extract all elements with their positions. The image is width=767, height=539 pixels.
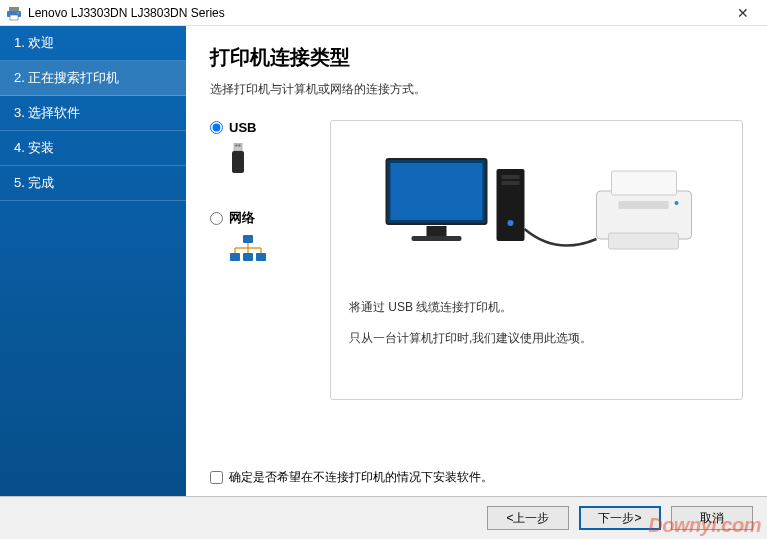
page-heading: 打印机连接类型 <box>210 44 743 71</box>
close-button[interactable]: ✕ <box>725 5 761 21</box>
network-icon <box>228 235 310 269</box>
options-row: USB 网络 <box>210 120 743 400</box>
illustration-box: 将通过 USB 线缆连接打印机。 只从一台计算机打印时,我们建议使用此选项。 <box>330 120 743 400</box>
svg-point-29 <box>675 201 679 205</box>
sidebar-item-label: 2. 正在搜索打印机 <box>14 70 119 85</box>
svg-rect-4 <box>234 143 242 151</box>
printer-app-icon <box>6 5 22 21</box>
install-without-printer-check[interactable]: 确定是否希望在不连接打印机的情况下安装软件。 <box>210 469 493 486</box>
window-title: Lenovo LJ3303DN LJ3803DN Series <box>28 6 725 20</box>
svg-rect-26 <box>612 171 677 195</box>
main-area: 1. 欢迎 2. 正在搜索打印机 3. 选择软件 4. 安装 5. 完成 打印机… <box>0 26 767 496</box>
back-button[interactable]: <上一步 <box>487 506 569 530</box>
sidebar: 1. 欢迎 2. 正在搜索打印机 3. 选择软件 4. 安装 5. 完成 <box>0 26 186 496</box>
svg-rect-2 <box>10 15 18 20</box>
sidebar-item-label: 4. 安装 <box>14 140 54 155</box>
next-button[interactable]: 下一步> <box>579 506 661 530</box>
content: 打印机连接类型 选择打印机与计算机或网络的连接方式。 USB 网络 <box>186 26 767 496</box>
svg-rect-22 <box>502 175 520 179</box>
checkbox-label: 确定是否希望在不连接打印机的情况下安装软件。 <box>229 469 493 486</box>
radio-network[interactable] <box>210 212 223 225</box>
svg-rect-19 <box>427 226 447 236</box>
sidebar-item-label: 1. 欢迎 <box>14 35 54 50</box>
sidebar-item-software[interactable]: 3. 选择软件 <box>0 96 186 131</box>
svg-point-3 <box>17 12 19 14</box>
svg-rect-27 <box>619 201 669 209</box>
radio-usb[interactable] <box>210 121 223 134</box>
titlebar: Lenovo LJ3303DN LJ3803DN Series ✕ <box>0 0 767 26</box>
svg-rect-7 <box>232 151 244 173</box>
svg-rect-25 <box>597 191 692 239</box>
option-label: 网络 <box>229 209 255 227</box>
usb-stick-icon <box>228 143 310 181</box>
svg-rect-9 <box>230 253 240 261</box>
connection-illustration <box>349 141 724 281</box>
svg-rect-21 <box>497 169 525 241</box>
option-label: USB <box>229 120 256 135</box>
desc-line-1: 将通过 USB 线缆连接打印机。 <box>349 299 724 316</box>
sidebar-item-label: 5. 完成 <box>14 175 54 190</box>
option-network[interactable]: 网络 <box>210 209 310 269</box>
sidebar-item-finish[interactable]: 5. 完成 <box>0 166 186 201</box>
svg-rect-23 <box>502 181 520 185</box>
checkbox-no-printer[interactable] <box>210 471 223 484</box>
svg-rect-8 <box>243 235 253 243</box>
svg-rect-18 <box>391 163 483 220</box>
svg-rect-20 <box>412 236 462 241</box>
sidebar-item-welcome[interactable]: 1. 欢迎 <box>0 26 186 61</box>
cancel-button[interactable]: 取消 <box>671 506 753 530</box>
svg-point-24 <box>508 220 514 226</box>
option-usb[interactable]: USB <box>210 120 310 181</box>
options-col: USB 网络 <box>210 120 310 297</box>
sidebar-item-install[interactable]: 4. 安装 <box>0 131 186 166</box>
sidebar-item-searching[interactable]: 2. 正在搜索打印机 <box>0 61 186 96</box>
svg-rect-6 <box>239 145 241 147</box>
button-bar: <上一步 下一步> 取消 Downyi.com <box>0 496 767 539</box>
svg-rect-5 <box>236 145 238 147</box>
svg-rect-10 <box>243 253 253 261</box>
page-subtext: 选择打印机与计算机或网络的连接方式。 <box>210 81 743 98</box>
sidebar-item-label: 3. 选择软件 <box>14 105 80 120</box>
desc-line-2: 只从一台计算机打印时,我们建议使用此选项。 <box>349 330 724 347</box>
svg-rect-0 <box>9 7 19 11</box>
svg-rect-28 <box>609 233 679 249</box>
svg-rect-11 <box>256 253 266 261</box>
